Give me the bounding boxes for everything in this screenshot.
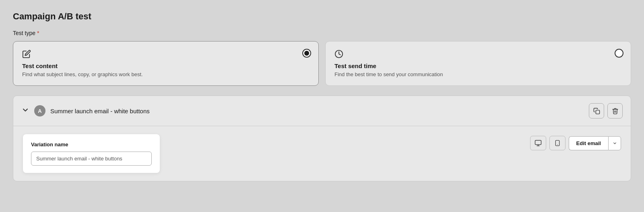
variation-body-right: Edit email — [530, 134, 621, 150]
pencil-icon — [22, 50, 31, 58]
variation-name-field: Variation name — [23, 134, 160, 173]
desktop-view-button[interactable] — [530, 136, 546, 150]
variation-header: A Summer launch email - white buttons — [13, 96, 631, 126]
variation-name-input[interactable] — [31, 152, 152, 166]
test-content-title: Test content — [22, 62, 310, 69]
test-send-time-radio[interactable] — [615, 49, 623, 58]
variation-header-right — [589, 103, 623, 118]
edit-email-button[interactable]: Edit email — [569, 136, 608, 150]
variation-header-left: A Summer launch email - white buttons — [21, 105, 150, 116]
test-type-label: Test type * — [13, 30, 631, 36]
variation-avatar: A — [34, 105, 45, 116]
svg-rect-1 — [596, 110, 599, 114]
variation-body: Variation name Edit email — [13, 126, 631, 181]
variation-field-label: Variation name — [31, 141, 152, 148]
edit-email-dropdown-button[interactable] — [608, 136, 621, 150]
delete-button[interactable] — [607, 103, 623, 118]
svg-rect-2 — [535, 140, 541, 145]
edit-email-group: Edit email — [569, 136, 621, 150]
variation-section: A Summer launch email - white buttons — [13, 96, 631, 181]
chevron-down-icon[interactable] — [21, 106, 29, 116]
test-type-cards: Test content Find what subject lines, co… — [13, 41, 631, 86]
mobile-view-button[interactable] — [549, 136, 566, 150]
test-content-radio[interactable] — [302, 49, 311, 58]
test-send-time-desc: Find the best time to send your communic… — [334, 71, 622, 77]
copy-button[interactable] — [589, 103, 604, 118]
variation-name: Summer launch email - white buttons — [50, 108, 150, 114]
test-content-card[interactable]: Test content Find what subject lines, co… — [13, 41, 319, 86]
required-asterisk: * — [37, 30, 39, 36]
test-send-time-card[interactable]: Test send time Find the best time to sen… — [325, 41, 631, 86]
clock-icon — [334, 50, 343, 58]
page-title: Campaign A/B test — [13, 11, 631, 22]
test-send-time-title: Test send time — [334, 62, 622, 69]
test-content-desc: Find what subject lines, copy, or graphi… — [22, 71, 310, 77]
